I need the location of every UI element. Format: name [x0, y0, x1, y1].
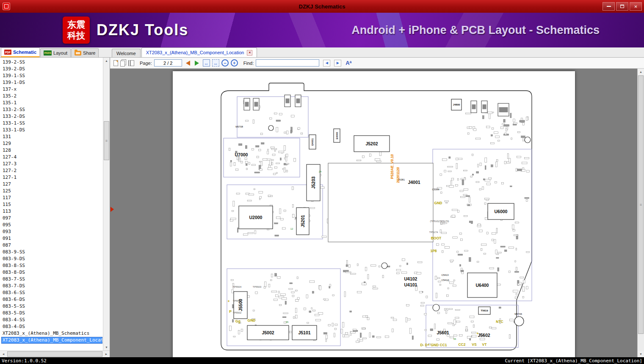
sidebar-item[interactable]: 083-4-SS — [1, 317, 102, 323]
sidebar-item[interactable]: 083-7-SS — [1, 276, 102, 283]
sidebar-item[interactable]: 139-1-SS — [1, 72, 102, 79]
tab-layout[interactable]: PADS Layout — [40, 48, 71, 57]
sidebar-item[interactable]: 131 — [1, 133, 102, 140]
pcb-label-36: 36 — [286, 321, 288, 323]
scroll-down-icon[interactable]: ▼ — [103, 344, 110, 350]
sidebar-hscroll-thumb[interactable] — [7, 351, 102, 357]
sidebar-item[interactable]: 129 — [1, 140, 102, 147]
sidebar-item[interactable]: XT2083_x_(Athena)_MB_Component_Locatio — [1, 337, 102, 344]
sidebar-item[interactable]: XT2083_x_(Athena)_MB_Schematics — [1, 330, 102, 337]
sidebar-item[interactable]: 139-2-DS — [1, 66, 102, 72]
sidebar-item[interactable]: 125 — [1, 188, 102, 195]
sidebar-item[interactable]: 133-1-SS — [1, 120, 102, 127]
sidebar-item[interactable]: 087 — [1, 242, 102, 249]
pcb-component-U6400: U6400 — [467, 273, 497, 297]
sidebar-item[interactable]: 137-x — [1, 86, 102, 93]
sidebar-item[interactable]: 083-8-DS — [1, 269, 102, 276]
continuous-page-view-icon[interactable] — [120, 61, 125, 67]
sidebar-item[interactable]: 095 — [1, 222, 102, 228]
sidebar-item[interactable]: 091 — [1, 235, 102, 242]
sidebar-item[interactable]: 128 — [1, 147, 102, 154]
sidebar-item[interactable]: 127-4 — [1, 154, 102, 161]
tab-share[interactable]: Share — [71, 48, 99, 57]
document-viewport[interactable]: J5202J5203U2000J5201U6000U6400J5500J5002… — [110, 69, 644, 357]
sidebar-item[interactable]: 133-2-SS — [1, 106, 102, 113]
pcb-label-C5412: C5412 — [441, 279, 448, 281]
sidebar-item[interactable]: 083-9-SS — [1, 249, 102, 256]
zoom-out-icon[interactable]: − — [221, 59, 229, 67]
sidebar-scroll-thumb[interactable]: ≡ — [104, 121, 109, 160]
pcb-label-56: 56 — [453, 338, 456, 340]
sidebar-item[interactable]: 083-7-DS — [1, 283, 102, 289]
find-label: Find: — [243, 61, 254, 66]
viewer-vertical-scrollbar[interactable]: ▲ ≡ ▼ — [637, 69, 644, 357]
sidebar-item[interactable]: 113 — [1, 208, 102, 215]
pcb-label-12: 12 — [290, 228, 293, 230]
find-previous-icon[interactable]: ◀ — [323, 60, 330, 67]
sidebar-item[interactable]: 083-5-SS — [1, 303, 102, 310]
sidebar-item[interactable]: 135-1 — [1, 100, 102, 106]
sidebar-vertical-scrollbar[interactable]: ▲ ≡ ▼ — [103, 58, 110, 350]
next-page-icon[interactable] — [195, 61, 199, 66]
sidebar-item[interactable]: 127-3 — [1, 161, 102, 167]
sidebar-item[interactable]: 093 — [1, 228, 102, 235]
viewer-scroll-up-icon[interactable]: ▲ — [638, 69, 644, 75]
previous-page-icon[interactable] — [186, 61, 190, 66]
sidebar-item[interactable]: 127 — [1, 181, 102, 188]
sidebar-item[interactable]: 115 — [1, 201, 102, 208]
current-document-text: Current [XT2083_x_(Athena)_MB_Component_… — [505, 358, 642, 364]
font-size-icon[interactable]: Aª — [345, 60, 351, 66]
fit-page-icon[interactable]: ↔ — [212, 59, 219, 67]
pcb-svg: J5202J5203U2000J5201U6000U6400J5500J5002… — [173, 71, 575, 357]
maximize-button[interactable] — [616, 2, 628, 11]
tab-schematic[interactable]: PDF Schematic — [1, 47, 40, 57]
pcb-mounting-hole — [433, 304, 439, 311]
sidebar-item[interactable]: 133-1-DS — [1, 127, 102, 133]
pcb-connector-symbol — [471, 101, 477, 113]
viewer-scroll-thumb[interactable]: ≡ — [638, 75, 644, 334]
sidebar-item[interactable]: 083-4-DS — [1, 323, 102, 330]
sidebar-item[interactable]: 083-8-SS — [1, 262, 102, 269]
page-number-input[interactable] — [154, 59, 182, 67]
sidebar-item[interactable]: 127-1 — [1, 174, 102, 181]
pcb-label-VT: VT — [482, 342, 487, 347]
sidebar-item[interactable]: 083-6-SS — [1, 289, 102, 296]
close-button[interactable]: × — [630, 2, 642, 11]
sidebar-item[interactable]: 083-5-DS — [1, 310, 102, 317]
sidebar-item[interactable]: 135-2 — [1, 93, 102, 100]
svg-text:J5202: J5202 — [365, 141, 378, 146]
sidebar-item[interactable]: 097 — [1, 215, 102, 222]
find-input[interactable] — [256, 59, 319, 67]
sidebar-item[interactable]: 083-6-DS — [1, 296, 102, 303]
pcb-component-J5202: J5202 — [354, 136, 390, 152]
sidebar-item[interactable]: 133-2-DS — [1, 113, 102, 120]
svg-text:J5203: J5203 — [311, 176, 316, 189]
zoom-in-icon[interactable]: + — [231, 59, 238, 67]
scroll-left-icon[interactable]: ◄ — [0, 351, 7, 357]
sidebar-item[interactable]: 083-9-DS — [1, 256, 102, 262]
facing-page-view-icon[interactable] — [128, 60, 134, 66]
status-bar: Version:1.0.0.52 Current [XT2083_x_(Athe… — [0, 357, 644, 364]
pcb-label-24: 24 — [319, 170, 322, 173]
viewer-scroll-down-icon[interactable]: ▼ — [638, 351, 644, 357]
pads-icon: PADS — [44, 50, 52, 56]
main-panel: Page: ↔ ↔ − + Find: ◀ ▶ Aª J5202J5203U20… — [110, 58, 644, 357]
doc-tab-component-location[interactable]: XT2083_x_(Athena)_MB_Component_Location … — [141, 47, 257, 57]
doc-tab-welcome[interactable]: Welcome — [112, 49, 141, 57]
pcb-label-GND: GND — [248, 318, 256, 322]
minimize-button[interactable] — [603, 2, 615, 11]
sidebar-item[interactable]: 139-1-DS — [1, 79, 102, 86]
sidebar-item[interactable]: 117 — [1, 195, 102, 201]
pcb-label-TP5504: TP5504 — [233, 286, 242, 288]
sidebar-horizontal-scrollbar[interactable]: ◄ ► — [0, 350, 110, 357]
single-page-view-icon[interactable] — [113, 60, 118, 66]
scroll-up-icon[interactable]: ▲ — [103, 58, 110, 64]
doc-tab-close-icon[interactable]: × — [247, 50, 252, 56]
splitter-collapse-handle[interactable] — [111, 207, 114, 212]
sidebar-item[interactable]: 127-2 — [1, 167, 102, 174]
find-next-icon[interactable]: ▶ — [334, 60, 341, 67]
sidebar-item[interactable]: 139-2-SS — [1, 59, 102, 66]
brand-logo: 东震 科技 — [63, 17, 90, 44]
fit-width-icon[interactable]: ↔ — [203, 59, 210, 67]
scroll-right-icon[interactable]: ► — [103, 351, 110, 357]
